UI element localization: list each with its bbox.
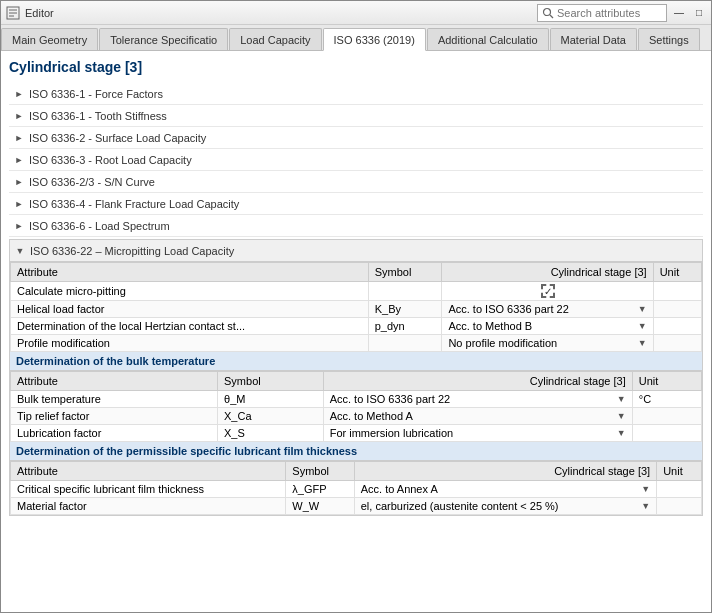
lubricant-table-container: Attribute Symbol Cylindrical stage [3] U…: [10, 461, 702, 515]
attr-symbol: [368, 282, 442, 301]
attr-unit: [657, 498, 702, 515]
tab-additional[interactable]: Additional Calculatio: [427, 28, 549, 50]
table-row: Critical specific lubricant film thickne…: [11, 481, 702, 498]
section-flank-fracture[interactable]: ► ISO 6336-4 - Flank Fracture Load Capac…: [9, 193, 703, 215]
title-bar-controls: — □: [537, 4, 707, 22]
attr-symbol: λ_GFP: [286, 481, 354, 498]
table-row: Bulk temperature θ_M Acc. to ISO 6336 pa…: [11, 391, 702, 408]
minimize-button[interactable]: —: [671, 5, 687, 21]
section-label: ISO 6336-4 - Flank Fracture Load Capacit…: [29, 198, 239, 210]
attr-value[interactable]: No profile modification ▼: [442, 335, 653, 352]
table-row: Helical load factor K_By Acc. to ISO 633…: [11, 301, 702, 318]
tab-iso6336[interactable]: ISO 6336 (2019): [323, 28, 426, 51]
chevron-down-icon: ▼: [617, 411, 626, 421]
section-root-load[interactable]: ► ISO 6336-3 - Root Load Capacity: [9, 149, 703, 171]
col-attribute: Attribute: [11, 263, 369, 282]
attr-symbol: [368, 335, 442, 352]
search-box[interactable]: [537, 4, 667, 22]
tab-material[interactable]: Material Data: [550, 28, 637, 50]
attr-value[interactable]: Acc. to Method A ▼: [323, 408, 632, 425]
col-value: Cylindrical stage [3]: [323, 372, 632, 391]
section-load-spectrum[interactable]: ► ISO 6336-6 - Load Spectrum: [9, 215, 703, 237]
main-table-container: Attribute Symbol Cylindrical stage [3] U…: [10, 262, 702, 352]
maximize-button[interactable]: □: [691, 5, 707, 21]
tab-settings[interactable]: Settings: [638, 28, 700, 50]
search-input[interactable]: [557, 7, 662, 19]
section-sn-curve[interactable]: ► ISO 6336-2/3 - S/N Curve: [9, 171, 703, 193]
chevron-right-icon: ►: [13, 154, 25, 166]
chevron-right-icon: ►: [13, 110, 25, 122]
col-unit: Unit: [632, 372, 701, 391]
svg-point-4: [544, 8, 551, 15]
table-row: Calculate micro-pitting ✓: [11, 282, 702, 301]
section-micropitting: ▼ ISO 6336-22 – Micropitting Load Capaci…: [9, 239, 703, 516]
section-label: ISO 6336-1 - Tooth Stiffness: [29, 110, 167, 122]
lubricant-header: Determination of the permissible specifi…: [10, 442, 702, 461]
chevron-right-icon: ►: [13, 176, 25, 188]
attr-name: Bulk temperature: [11, 391, 218, 408]
chevron-down-icon: ▼: [638, 338, 647, 348]
table-row: Determination of the local Hertzian cont…: [11, 318, 702, 335]
chevron-right-icon: ►: [13, 220, 25, 232]
col-symbol: Symbol: [286, 462, 354, 481]
section-label: ISO 6336-6 - Load Spectrum: [29, 220, 170, 232]
tab-main-geometry[interactable]: Main Geometry: [1, 28, 98, 50]
table-row: Profile modification No profile modifica…: [11, 335, 702, 352]
attr-symbol: p_dyn: [368, 318, 442, 335]
attr-value[interactable]: Acc. to Annex A ▼: [354, 481, 656, 498]
chevron-right-icon: ►: [13, 132, 25, 144]
section-label: ISO 6336-2/3 - S/N Curve: [29, 176, 155, 188]
attr-unit: [653, 335, 701, 352]
chevron-down-icon: ▼: [617, 394, 626, 404]
bulk-temp-table-container: Attribute Symbol Cylindrical stage [3] U…: [10, 371, 702, 442]
attr-value[interactable]: el, carburized (austenite content < 25 %…: [354, 498, 656, 515]
editor-icon: [5, 5, 21, 21]
main-window: Editor — □ Main Geometry Tolerance Speci…: [0, 0, 712, 613]
attr-name: Tip relief factor: [11, 408, 218, 425]
attr-value[interactable]: Acc. to Method B ▼: [442, 318, 653, 335]
col-unit: Unit: [653, 263, 701, 282]
svg-line-5: [550, 15, 553, 18]
page-title: Cylindrical stage [3]: [9, 59, 703, 75]
chevron-down-icon: ▼: [14, 245, 26, 257]
col-value: Cylindrical stage [3]: [442, 263, 653, 282]
tab-tolerance[interactable]: Tolerance Specificatio: [99, 28, 228, 50]
attr-unit: [653, 301, 701, 318]
attr-name: Calculate micro-pitting: [11, 282, 369, 301]
attr-unit: °C: [632, 391, 701, 408]
attr-symbol: θ_M: [218, 391, 324, 408]
attr-name: Profile modification: [11, 335, 369, 352]
attr-value[interactable]: Acc. to ISO 6336 part 22 ▼: [442, 301, 653, 318]
table-row: Lubrication factor X_S For immersion lub…: [11, 425, 702, 442]
attr-value[interactable]: Acc. to ISO 6336 part 22 ▼: [323, 391, 632, 408]
chevron-down-icon: ▼: [617, 428, 626, 438]
attr-symbol: K_By: [368, 301, 442, 318]
tab-load-capacity[interactable]: Load Capacity: [229, 28, 321, 50]
micropitting-label: ISO 6336-22 – Micropitting Load Capacity: [30, 245, 234, 257]
section-force-factors[interactable]: ► ISO 6336-1 - Force Factors: [9, 83, 703, 105]
attr-value[interactable]: ✓: [442, 282, 653, 301]
attr-name: Critical specific lubricant film thickne…: [11, 481, 286, 498]
title-bar: Editor — □: [1, 1, 711, 25]
attr-name: Lubrication factor: [11, 425, 218, 442]
table-row: Tip relief factor X_Ca Acc. to Method A …: [11, 408, 702, 425]
chevron-down-icon: ▼: [638, 321, 647, 331]
chevron-down-icon: ▼: [641, 501, 650, 511]
chevron-right-icon: ►: [13, 198, 25, 210]
attr-value[interactable]: For immersion lubrication ▼: [323, 425, 632, 442]
checkbox-checked[interactable]: ✓: [541, 284, 555, 298]
chevron-right-icon: ►: [13, 88, 25, 100]
attr-symbol: W_W: [286, 498, 354, 515]
col-symbol: Symbol: [218, 372, 324, 391]
attr-name: Helical load factor: [11, 301, 369, 318]
main-attr-table: Attribute Symbol Cylindrical stage [3] U…: [10, 262, 702, 352]
attr-name: Determination of the local Hertzian cont…: [11, 318, 369, 335]
micropitting-header[interactable]: ▼ ISO 6336-22 – Micropitting Load Capaci…: [10, 240, 702, 262]
window-title: Editor: [25, 7, 54, 19]
tabs-bar: Main Geometry Tolerance Specificatio Loa…: [1, 25, 711, 51]
section-surface-load[interactable]: ► ISO 6336-2 - Surface Load Capacity: [9, 127, 703, 149]
section-label: ISO 6336-1 - Force Factors: [29, 88, 163, 100]
section-tooth-stiffness[interactable]: ► ISO 6336-1 - Tooth Stiffness: [9, 105, 703, 127]
lubricant-table: Attribute Symbol Cylindrical stage [3] U…: [10, 461, 702, 515]
table-row: Material factor W_W el, carburized (aust…: [11, 498, 702, 515]
